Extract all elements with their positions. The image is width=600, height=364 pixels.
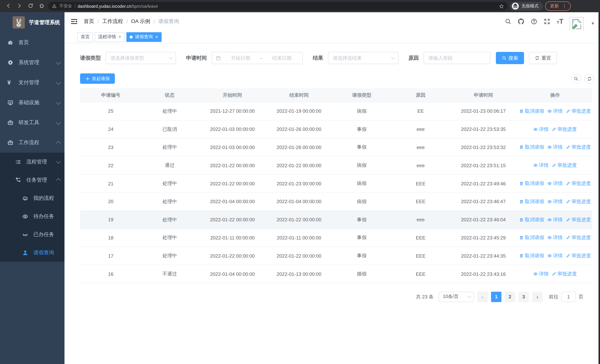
progress-action-link[interactable]: 审批进度 — [566, 144, 591, 151]
cancel-action-link[interactable]: 取消请假 — [519, 253, 544, 259]
cancel-action-link[interactable]: 取消请假 — [519, 144, 544, 151]
help-icon[interactable] — [531, 18, 538, 25]
goto-page-input[interactable] — [561, 292, 576, 302]
cell-end-time: 2022-01-26 00:00:00 — [267, 145, 331, 150]
detail-action-link[interactable]: 详情 — [548, 253, 563, 259]
cancel-action-link[interactable]: 取消请假 — [519, 216, 544, 223]
reset-button[interactable]: 重置 — [529, 52, 557, 64]
refresh-table-button[interactable] — [584, 74, 594, 84]
bookmark-star-icon[interactable] — [499, 3, 504, 9]
action-label: 取消请假 — [525, 198, 544, 205]
progress-action-link[interactable]: 审批进度 — [566, 180, 591, 187]
sidebar-item-infrastructure[interactable]: 基础设施 — [0, 93, 65, 113]
sidebar-item-home[interactable]: 首页 — [0, 33, 65, 53]
leave-type-select[interactable]: 请选择请假类型 — [106, 52, 176, 64]
action-label: 审批进度 — [572, 180, 591, 187]
detail-action-link[interactable]: 详情 — [534, 162, 549, 169]
url-path: /bpm/oa/leave — [131, 4, 158, 8]
sidebar-item-task-management[interactable]: 任务管理 — [0, 171, 65, 189]
cell-reason: eee — [393, 163, 449, 168]
prev-page-button[interactable]: ‹ — [477, 292, 488, 302]
github-icon[interactable] — [518, 18, 525, 25]
column-header: 结束时间 — [267, 92, 331, 98]
eye-icon — [534, 127, 538, 131]
result-select[interactable]: 请选择流结果 — [328, 52, 398, 64]
active-tab-dot — [130, 35, 133, 38]
sidebar-item-dev-tools[interactable]: 研发工具 — [0, 113, 65, 133]
next-page-button[interactable]: › — [532, 292, 543, 302]
cell-start-time: 2022-01-04 00:00:00 — [198, 271, 267, 277]
reason-input[interactable] — [428, 55, 486, 61]
cell-actions: 取消请假详情审批进度 — [518, 144, 592, 151]
detail-action-link[interactable]: 详情 — [548, 234, 563, 241]
page-size-select[interactable]: 10条/页 — [439, 292, 474, 302]
progress-action-link[interactable]: 审批进度 — [566, 253, 591, 259]
browser-forward-button[interactable] — [15, 2, 24, 10]
action-label: 审批进度 — [572, 216, 591, 223]
close-icon[interactable]: ✕ — [155, 35, 158, 39]
tab-home[interactable]: 首页 — [77, 32, 93, 42]
search-icon[interactable] — [505, 18, 512, 25]
cell-start-time: 2022-01-22 00:00:00 — [198, 217, 267, 222]
sidebar-item-my-process[interactable]: 我的流程 — [0, 189, 65, 207]
avatar-caret-icon[interactable]: ▼ — [591, 21, 595, 26]
create-leave-button[interactable]: 发起请假 — [80, 73, 115, 84]
progress-action-link[interactable]: 审批进度 — [552, 271, 577, 277]
detail-action-link[interactable]: 详情 — [548, 216, 563, 223]
detail-action-link[interactable]: 详情 — [548, 180, 563, 187]
reset-button-label: 重置 — [542, 55, 551, 61]
page-button-3[interactable]: 3 — [518, 292, 529, 302]
address-bar[interactable]: 不安全 dashboard.yudao.iocoder.cn/bpm/oa/le… — [48, 2, 508, 10]
sidebar-item-done-tasks[interactable]: 已办任务 — [0, 225, 65, 243]
page-button-2[interactable]: 2 — [505, 292, 515, 302]
cancel-action-link[interactable]: 取消请假 — [519, 198, 544, 205]
detail-action-link[interactable]: 详情 — [534, 126, 549, 132]
show-search-button[interactable] — [571, 74, 581, 84]
sidebar-item-leave-query[interactable]: 请假查询 — [0, 243, 65, 262]
progress-action-link[interactable]: 审批进度 — [552, 162, 577, 169]
cell-leave-type: 病假 — [331, 198, 393, 205]
cell-end-time: 2022-01-22 00:00:00 — [267, 253, 331, 259]
cell-leave-type: 病假 — [331, 180, 393, 187]
detail-action-link[interactable]: 详情 — [548, 144, 563, 151]
cell-start-time: 2022-01-22 00:00:00 — [198, 163, 267, 168]
progress-action-link[interactable]: 审批进度 — [566, 234, 591, 241]
sidebar-item-payment[interactable]: ¥ 支付管理 — [0, 73, 65, 93]
progress-action-link[interactable]: 审批进度 — [552, 126, 577, 132]
cancel-action-link[interactable]: 取消请假 — [519, 108, 544, 114]
progress-action-link[interactable]: 审批进度 — [566, 108, 591, 114]
avatar[interactable] — [570, 17, 584, 31]
font-size-icon[interactable]: TT — [557, 18, 563, 25]
sidebar-item-todo-tasks[interactable]: 待办任务 — [0, 207, 65, 225]
sidebar-toggle-button[interactable] — [70, 18, 78, 25]
chevron-down-icon — [56, 80, 61, 84]
page-button-1[interactable]: 1 — [491, 292, 501, 302]
detail-action-link[interactable]: 详情 — [534, 271, 549, 277]
tab-process-detail[interactable]: 流程详情✕ — [95, 32, 125, 42]
search-button[interactable]: 搜索 — [496, 52, 524, 64]
detail-action-link[interactable]: 详情 — [548, 198, 563, 205]
apply-time-range-picker[interactable]: 开始日期 - 结束日期 — [212, 52, 303, 64]
progress-action-link[interactable]: 审批进度 — [566, 198, 591, 205]
browser-menu-icon[interactable] — [562, 3, 567, 9]
browser-reload-button[interactable] — [26, 2, 35, 10]
close-icon[interactable]: ✕ — [118, 35, 121, 39]
browser-back-button[interactable] — [4, 2, 13, 10]
fullscreen-icon[interactable] — [544, 18, 551, 25]
refresh-icon — [587, 76, 592, 81]
cell-apply-time: 2022-01-22 23:45:29 — [449, 235, 518, 241]
breadcrumb-workflow[interactable]: 工作流程 — [102, 18, 123, 25]
progress-action-link[interactable]: 审批进度 — [566, 216, 591, 223]
browser-home-button[interactable] — [37, 2, 46, 10]
sidebar-item-process-management[interactable]: 流程管理 — [0, 153, 65, 171]
sidebar-item-workflow[interactable]: 工作流程 — [0, 133, 65, 153]
breadcrumb-home[interactable]: 首页 — [84, 18, 94, 25]
cancel-action-link[interactable]: 取消请假 — [519, 180, 544, 187]
detail-action-link[interactable]: 详情 — [548, 108, 563, 114]
page-size-value: 10条/页 — [443, 294, 468, 300]
sidebar-item-system[interactable]: 系统管理 — [0, 53, 65, 73]
tab-leave-query[interactable]: 请假查询✕ — [127, 32, 162, 42]
browser-update-button[interactable]: 更新 — [545, 1, 571, 11]
cancel-action-link[interactable]: 取消请假 — [519, 234, 544, 241]
breadcrumb-oa-example[interactable]: OA 示例 — [131, 18, 150, 25]
